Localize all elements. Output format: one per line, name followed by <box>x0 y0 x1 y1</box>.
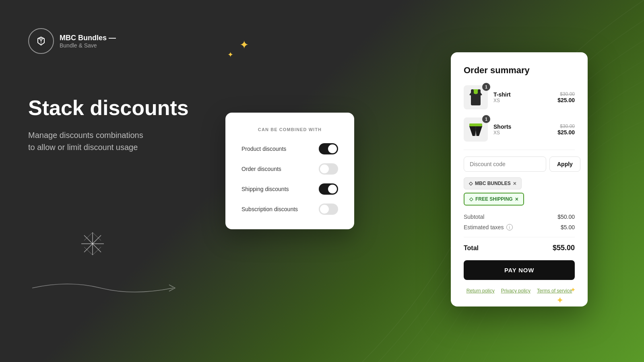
brand-tagline: Bundle & Save <box>60 42 116 49</box>
product-price-tshirt: $30.00 $25.00 <box>557 91 575 103</box>
discount-input[interactable] <box>464 156 546 172</box>
footer-links: Return policy Privacy policy Terms of se… <box>464 288 575 294</box>
total-value: $55.00 <box>553 244 575 252</box>
toggle-knob <box>328 185 337 193</box>
subtotal-value: $50.00 <box>557 214 575 220</box>
product-img-wrap-tshirt: 1 <box>464 85 488 109</box>
hero-heading: Stack discounts <box>28 97 189 119</box>
tag-free-shipping: ◇ FREE SHIPPING × <box>464 193 524 206</box>
price-original-tshirt: $30.00 <box>557 91 575 97</box>
divider-2 <box>464 237 575 237</box>
order-card: Order summary 1 T-shirt XS <box>451 52 588 306</box>
tag-icon-2: ◇ <box>469 196 473 202</box>
svg-rect-9 <box>473 89 478 90</box>
combined-title: CAN BE COMBINED WITH <box>242 127 338 132</box>
return-policy-link[interactable]: Return policy <box>466 288 495 294</box>
brand-name: MBC Bundles — <box>60 34 116 42</box>
product-info-shorts: Shorts XS <box>493 123 552 136</box>
toggle-order-discounts[interactable] <box>319 163 338 175</box>
privacy-policy-link[interactable]: Privacy policy <box>501 288 530 294</box>
toggle-label-order: Order discounts <box>242 166 281 172</box>
price-current-tshirt: $25.00 <box>557 97 575 103</box>
remove-free-shipping-button[interactable]: × <box>515 196 518 202</box>
product-variant-shorts: XS <box>493 130 552 136</box>
remove-mbc-bundles-button[interactable]: × <box>513 180 516 187</box>
sparkle-icon-1: ✦ <box>239 38 249 51</box>
toggle-knob <box>320 165 329 173</box>
tag-label-mbc: MBC BUNDLES <box>475 181 511 186</box>
logo-icon <box>35 35 47 47</box>
main-content: MBC Bundles — Bundle & Save ✦ ✦ ✦ ✦ Stac… <box>0 0 644 362</box>
hero-section: Stack discounts Manage discounts combina… <box>28 97 189 153</box>
discount-tags: ◇ MBC BUNDLES × ◇ FREE SHIPPING × <box>464 177 575 206</box>
tag-icon-1: ◇ <box>469 181 473 186</box>
product-name-shorts: Shorts <box>493 123 552 130</box>
toggle-row-shipping: Shipping discounts <box>242 183 338 195</box>
sparkle-icon-3: ✦ <box>556 295 564 306</box>
taxes-label: Estimated taxes i <box>464 224 513 230</box>
discount-input-row: Apply <box>464 156 575 172</box>
product-price-shorts: $30.00 $25.00 <box>557 123 575 136</box>
starburst-icon <box>80 232 105 257</box>
sparkle-icon-4: ✦ <box>570 286 576 294</box>
shorts-icon <box>468 121 484 138</box>
product-img-wrap-shorts: 1 <box>464 117 488 142</box>
product-name-tshirt: T-shirt <box>493 91 552 98</box>
hero-description: Manage discounts combinationsto allow or… <box>28 129 189 153</box>
order-title: Order summary <box>464 65 575 76</box>
terms-of-service-link[interactable]: Terms of service <box>537 288 572 294</box>
taxes-value: $5.00 <box>561 224 575 230</box>
logo-area: MBC Bundles — Bundle & Save <box>28 28 116 54</box>
arrow-decoration <box>28 276 181 302</box>
tag-label-shipping: FREE SHIPPING <box>475 196 513 202</box>
product-item-tshirt: 1 T-shirt XS $30.00 $25.00 <box>464 85 575 109</box>
product-item-shorts: 1 Shorts XS $30.00 $25.00 <box>464 117 575 142</box>
total-row: Total $55.00 <box>464 244 575 252</box>
total-label: Total <box>464 245 479 252</box>
taxes-info-icon[interactable]: i <box>506 224 513 230</box>
sparkle-icon-2: ✦ <box>227 50 233 59</box>
subtotal-row: Subtotal $50.00 <box>464 214 575 220</box>
svg-rect-10 <box>469 123 482 126</box>
toggle-label-shipping: Shipping discounts <box>242 186 289 192</box>
logo-text: MBC Bundles — Bundle & Save <box>60 34 116 49</box>
toggle-subscription-discounts[interactable] <box>319 204 338 215</box>
product-badge-shorts: 1 <box>482 115 490 123</box>
toggle-knob <box>328 144 337 153</box>
tshirt-icon <box>468 89 484 105</box>
product-variant-tshirt: XS <box>493 98 552 103</box>
taxes-label-text: Estimated taxes <box>464 224 504 230</box>
toggle-product-discounts[interactable] <box>319 143 338 154</box>
price-current-shorts: $25.00 <box>557 129 575 136</box>
divider-1 <box>464 150 575 150</box>
toggle-label-subscription: Subscription discounts <box>242 206 298 212</box>
apply-button[interactable]: Apply <box>549 156 580 172</box>
logo-circle <box>28 28 54 54</box>
product-badge-tshirt: 1 <box>482 83 490 91</box>
toggle-row-subscription: Subscription discounts <box>242 204 338 215</box>
subtotal-label: Subtotal <box>464 214 484 220</box>
toggle-label-product: Product discounts <box>242 146 286 152</box>
product-info-tshirt: T-shirt XS <box>493 91 552 103</box>
toggle-shipping-discounts[interactable] <box>319 183 338 195</box>
pay-now-button[interactable]: PAY NOW <box>464 260 575 280</box>
combined-card: CAN BE COMBINED WITH Product discounts O… <box>225 113 354 229</box>
toggle-row-product: Product discounts <box>242 143 338 154</box>
price-original-shorts: $30.00 <box>557 123 575 129</box>
taxes-row: Estimated taxes i $5.00 <box>464 224 575 230</box>
toggle-row-order: Order discounts <box>242 163 338 175</box>
tag-mbc-bundles: ◇ MBC BUNDLES × <box>464 177 522 189</box>
toggle-knob <box>320 205 329 214</box>
